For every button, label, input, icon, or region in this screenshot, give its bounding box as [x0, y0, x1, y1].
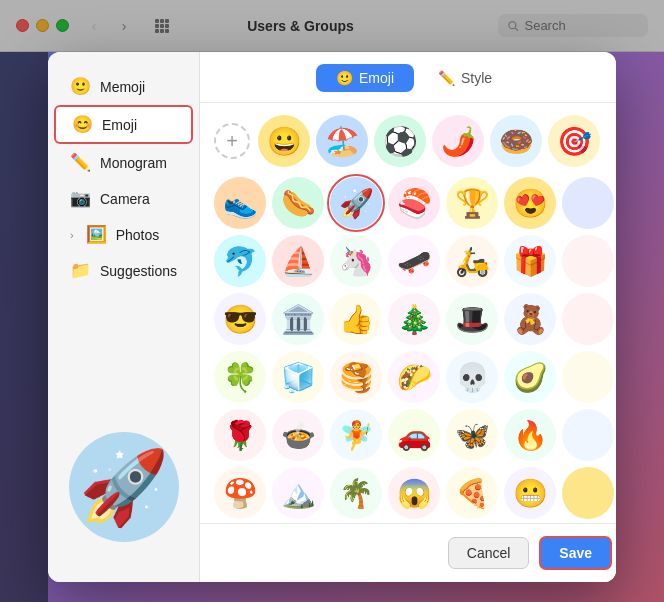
emoji-cell[interactable]: 🏖️	[316, 115, 368, 167]
emoji-cell[interactable]: 🎯	[548, 115, 600, 167]
sidebar-item-suggestions[interactable]: 📁Suggestions	[54, 253, 193, 288]
emoji-cell[interactable]: 🛵	[446, 235, 498, 287]
style-tab-label: Style	[461, 70, 492, 86]
emoji-cell[interactable]: 🧊	[272, 351, 324, 403]
emoji-cell[interactable]: 🎄	[388, 293, 440, 345]
emoji-cell[interactable]: 🏔️	[272, 467, 324, 519]
emoji-grid: 👟🌭🚀🍣🏆😍🐬⛵🦄🛹🛵🎁😎🏛️👍🎄🎩🧸🍀🧊🥞🌮💀🥑🌹🍲🧚🚗🦋🔥🍄🏔️🌴😱🍕😬	[214, 177, 614, 519]
monogram-icon: ✏️	[70, 152, 90, 173]
emoji-cell[interactable]: 🛹	[388, 235, 440, 287]
sidebar-item-monogram[interactable]: ✏️Monogram	[54, 145, 193, 180]
emoji-cell[interactable]: 🌶️	[432, 115, 484, 167]
emoji-cell[interactable]	[562, 293, 614, 345]
emoji-cell[interactable]: 💀	[446, 351, 498, 403]
emoji-cell[interactable]: 🍄	[214, 467, 266, 519]
emoji-cell[interactable]: 😱	[388, 467, 440, 519]
cancel-button[interactable]: Cancel	[448, 537, 530, 569]
chevron-icon: ›	[70, 229, 74, 241]
sidebar-item-label: Monogram	[100, 155, 167, 171]
sidebar-item-label: Photos	[116, 227, 160, 243]
emoji-cell[interactable]: 🎁	[504, 235, 556, 287]
emoji-cell[interactable]: 🌴	[330, 467, 382, 519]
emoji-cell[interactable]: 🍕	[446, 467, 498, 519]
sidebar-item-memoji[interactable]: 🙂Memoji	[54, 69, 193, 104]
sidebar-item-emoji[interactable]: 😊Emoji	[54, 105, 193, 144]
emoji-cell[interactable]	[562, 467, 614, 519]
avatar-section: 🚀	[48, 412, 199, 566]
save-button[interactable]: Save	[539, 536, 612, 570]
tab-bar: 🙂Emoji✏️Style	[200, 52, 616, 103]
emoji-tab-icon: 🙂	[336, 70, 353, 86]
emoji-cell[interactable]	[562, 351, 614, 403]
emoji-cell[interactable]: 🦋	[446, 409, 498, 461]
emoji-cell[interactable]: 🌹	[214, 409, 266, 461]
modal-footer: Cancel Save	[200, 523, 616, 582]
emoji-tab-label: Emoji	[359, 70, 394, 86]
emoji-cell[interactable]: 🧸	[504, 293, 556, 345]
tab-emoji[interactable]: 🙂Emoji	[316, 64, 414, 92]
sidebar-item-label: Memoji	[100, 79, 145, 95]
emoji-cell[interactable]: 🚀	[330, 177, 382, 229]
emoji-cell[interactable]: 🏛️	[272, 293, 324, 345]
emoji-cell[interactable]: 🧚	[330, 409, 382, 461]
sidebar-item-label: Camera	[100, 191, 150, 207]
emoji-cell[interactable]: 🎩	[446, 293, 498, 345]
style-tab-icon: ✏️	[438, 70, 455, 86]
emoji-cell[interactable]: 😬	[504, 467, 556, 519]
modal-dialog: 🙂Memoji😊Emoji✏️Monogram📷Camera›🖼️Photos📁…	[48, 52, 616, 582]
tab-style[interactable]: ✏️Style	[418, 64, 512, 92]
emoji-icon: 😊	[72, 114, 92, 135]
emoji-cell[interactable]: 😀	[258, 115, 310, 167]
emoji-cell[interactable]: 🍲	[272, 409, 324, 461]
sidebar-item-label: Suggestions	[100, 263, 177, 279]
emoji-cell[interactable]: 🏆	[446, 177, 498, 229]
sidebar-item-photos[interactable]: ›🖼️Photos	[54, 217, 193, 252]
add-emoji-button[interactable]: +	[214, 123, 250, 159]
camera-icon: 📷	[70, 188, 90, 209]
emoji-cell[interactable]	[562, 235, 614, 287]
emoji-cell[interactable]	[562, 409, 614, 461]
sidebar-item-camera[interactable]: 📷Camera	[54, 181, 193, 216]
emoji-cell[interactable]: 🚗	[388, 409, 440, 461]
emoji-cell[interactable]: 🍣	[388, 177, 440, 229]
sidebar-item-label: Emoji	[102, 117, 137, 133]
emoji-cell[interactable]: 👍	[330, 293, 382, 345]
avatar-circle: 🚀	[69, 432, 179, 542]
emoji-grid-header: + 😀🏖️⚽🌶️🍩🎯	[214, 115, 614, 167]
photos-icon: 🖼️	[86, 224, 106, 245]
emoji-cell[interactable]: ⛵	[272, 235, 324, 287]
emoji-cell[interactable]: 🍩	[490, 115, 542, 167]
emoji-cell[interactable]: 🥑	[504, 351, 556, 403]
avatar-emoji: 🚀	[79, 451, 169, 523]
emoji-cell[interactable]: 👟	[214, 177, 266, 229]
emoji-cell[interactable]: 🐬	[214, 235, 266, 287]
emoji-cell[interactable]: 🌭	[272, 177, 324, 229]
emoji-cell[interactable]: 😍	[504, 177, 556, 229]
emoji-cell[interactable]: 🦄	[330, 235, 382, 287]
emoji-cell[interactable]: ⚽	[374, 115, 426, 167]
emoji-cell[interactable]: 🥞	[330, 351, 382, 403]
emoji-cell[interactable]	[562, 177, 614, 229]
emoji-area[interactable]: + 😀🏖️⚽🌶️🍩🎯 👟🌭🚀🍣🏆😍🐬⛵🦄🛹🛵🎁😎🏛️👍🎄🎩🧸🍀🧊🥞🌮💀🥑🌹🍲🧚🚗…	[200, 103, 616, 523]
suggestions-icon: 📁	[70, 260, 90, 281]
emoji-cell[interactable]: 🌮	[388, 351, 440, 403]
memoji-icon: 🙂	[70, 76, 90, 97]
main-content: 🙂Emoji✏️Style + 😀🏖️⚽🌶️🍩🎯 👟🌭🚀🍣🏆😍🐬⛵🦄🛹🛵🎁😎🏛️…	[200, 52, 616, 582]
emoji-cell[interactable]: 🔥	[504, 409, 556, 461]
sidebar: 🙂Memoji😊Emoji✏️Monogram📷Camera›🖼️Photos📁…	[48, 52, 200, 582]
emoji-cell[interactable]: 🍀	[214, 351, 266, 403]
emoji-cell[interactable]: 😎	[214, 293, 266, 345]
